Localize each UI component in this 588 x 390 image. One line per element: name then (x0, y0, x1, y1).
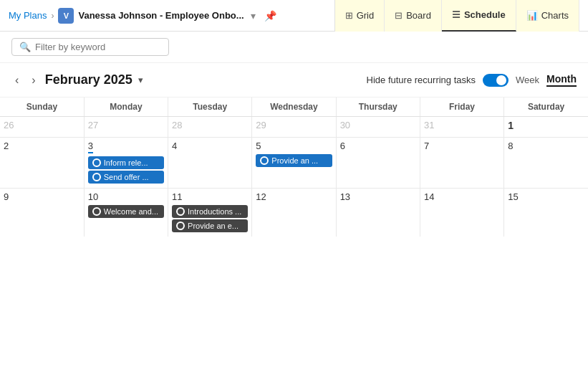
tab-board[interactable]: ⊟ Board (385, 0, 442, 32)
header-friday: Friday (420, 98, 503, 117)
right-controls: Hide future recurring tasks Week Month (367, 73, 577, 87)
cell-jan27[interactable]: 27 (84, 117, 168, 138)
day-number: 2 (4, 141, 80, 151)
cell-feb7[interactable]: 7 (420, 138, 503, 189)
top-nav: My Plans › V Vanessa Johnson - Employee … (0, 0, 588, 32)
task-icon (92, 173, 101, 181)
day-number: 14 (424, 191, 500, 202)
cell-jan30[interactable]: 30 (336, 117, 420, 138)
day-number: 30 (340, 120, 416, 130)
breadcrumb-my-plans[interactable]: My Plans (9, 10, 47, 21)
day-number: 26 (4, 120, 80, 130)
header-saturday: Saturday (504, 98, 588, 117)
tab-charts-label: Charts (541, 10, 569, 21)
day-number: 29 (256, 120, 332, 130)
day-number: 13 (340, 191, 416, 202)
cell-feb5[interactable]: 5 Provide an ... (252, 138, 336, 189)
tab-schedule-label: Schedule (464, 9, 506, 20)
cell-feb9[interactable]: 9 (0, 189, 84, 237)
plan-icon: V (58, 8, 74, 24)
day-number: 28 (172, 120, 248, 130)
calendar-week-3: 9 10 Welcome and... 11 Introductions ... (0, 189, 588, 237)
task-label: Provide an e... (188, 222, 238, 230)
pin-icon[interactable]: 📌 (262, 8, 279, 24)
task-icon (176, 222, 185, 230)
task-label: Provide an ... (271, 156, 318, 165)
week-view-label[interactable]: Week (516, 75, 539, 85)
cell-feb15[interactable]: 15 (504, 189, 588, 237)
day-number: 12 (256, 191, 332, 202)
hide-recurring-toggle[interactable] (483, 74, 509, 87)
cell-jan26[interactable]: 26 (0, 117, 84, 138)
calendar-wrap: Sunday Monday Tuesday Wednesday Thursday… (0, 98, 588, 237)
task-provide-an-e[interactable]: Provide an e... (172, 219, 248, 232)
breadcrumb: My Plans › V Vanessa Johnson - Employee … (9, 8, 334, 24)
day-number: 10 (88, 191, 164, 202)
tab-grid-label: Grid (357, 10, 375, 21)
cell-jan28[interactable]: 28 (168, 117, 252, 138)
calendar-week-1: 26 27 28 29 30 31 1 (0, 117, 588, 138)
day-number: 9 (4, 191, 80, 202)
task-label: Send offer ... (104, 173, 149, 181)
day-number: 15 (508, 191, 584, 202)
grid-icon: ⊞ (345, 10, 353, 21)
task-icon (92, 158, 101, 167)
day-number: 27 (88, 120, 164, 130)
month-title: February 2025 (45, 72, 132, 87)
day-number: 1 (508, 120, 584, 131)
day-number: 3 (88, 141, 93, 153)
task-provide-an[interactable]: Provide an ... (256, 154, 332, 167)
title-dropdown-icon[interactable]: ▾ (249, 8, 258, 24)
task-label: Inform rele... (104, 158, 148, 167)
cell-jan31[interactable]: 31 (420, 117, 503, 138)
header-thursday: Thursday (336, 98, 420, 117)
schedule-icon: ☰ (452, 9, 461, 20)
cell-feb6[interactable]: 6 (336, 138, 420, 189)
day-number: 11 (172, 191, 248, 202)
next-month-button[interactable]: › (28, 72, 39, 88)
breadcrumb-separator: › (51, 11, 54, 21)
cell-feb13[interactable]: 13 (336, 189, 420, 237)
filter-input-wrap[interactable]: 🔍 (11, 38, 169, 56)
tab-grid[interactable]: ⊞ Grid (335, 0, 385, 32)
cell-feb8[interactable]: 8 (504, 138, 588, 189)
search-input[interactable] (35, 42, 157, 52)
header-wednesday: Wednesday (252, 98, 336, 117)
tab-charts[interactable]: 📊 Charts (516, 0, 579, 32)
task-send-offer[interactable]: Send offer ... (88, 171, 164, 184)
cell-feb4[interactable]: 4 (168, 138, 252, 189)
charts-icon: 📊 (526, 10, 538, 21)
cell-feb1[interactable]: 1 (504, 117, 588, 138)
header-monday: Monday (84, 98, 168, 117)
prev-month-button[interactable]: ‹ (11, 72, 22, 88)
board-icon: ⊟ (395, 10, 403, 21)
task-inform-rele[interactable]: Inform rele... (88, 156, 164, 169)
task-label: Introductions ... (188, 207, 241, 216)
month-view-label[interactable]: Month (546, 73, 577, 87)
task-icon (260, 156, 269, 165)
cell-feb14[interactable]: 14 (420, 189, 503, 237)
calendar-header: ‹ › February 2025 ▾ Hide future recurrin… (0, 63, 588, 98)
cell-feb3[interactable]: 3 Inform rele... Send offer ... (84, 138, 168, 189)
cell-jan29[interactable]: 29 (252, 117, 336, 138)
calendar-week-2: 2 3 Inform rele... Send offer ... 4 (0, 138, 588, 189)
view-tabs: ⊞ Grid ⊟ Board ☰ Schedule 📊 Charts (334, 0, 579, 32)
search-icon: 🔍 (19, 42, 31, 52)
breadcrumb-plan-title: Vanessa Johnson - Employee Onbo... (78, 10, 244, 21)
filter-bar: 🔍 (0, 32, 588, 63)
task-introductions[interactable]: Introductions ... (172, 205, 248, 218)
cell-feb12[interactable]: 12 (252, 189, 336, 237)
day-number: 5 (256, 141, 332, 151)
cell-feb10[interactable]: 10 Welcome and... (84, 189, 168, 237)
day-number: 6 (340, 141, 416, 151)
hide-recurring-label: Hide future recurring tasks (367, 75, 476, 85)
task-welcome[interactable]: Welcome and... (88, 205, 164, 218)
tab-schedule[interactable]: ☰ Schedule (442, 0, 516, 32)
month-dropdown-icon[interactable]: ▾ (138, 75, 143, 85)
day-number: 8 (508, 141, 584, 151)
task-icon (176, 207, 185, 216)
header-tuesday: Tuesday (168, 98, 252, 117)
cell-feb11[interactable]: 11 Introductions ... Provide an e... (168, 189, 252, 237)
cell-feb2[interactable]: 2 (0, 138, 84, 189)
calendar-table: Sunday Monday Tuesday Wednesday Thursday… (0, 98, 588, 237)
